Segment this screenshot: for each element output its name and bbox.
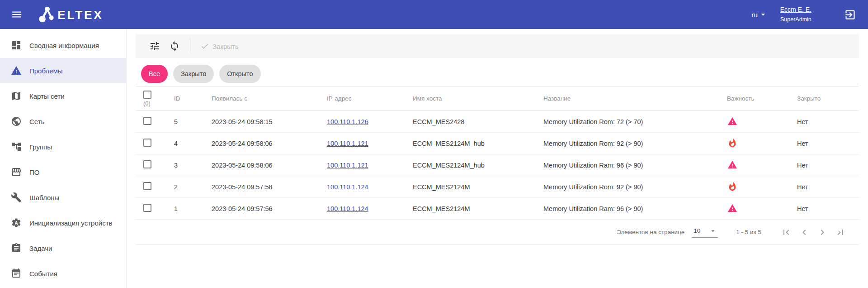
row-checkbox[interactable] <box>143 139 151 147</box>
map-icon <box>11 91 22 101</box>
cell-host: ECCM_MES2124M <box>407 205 538 212</box>
last-page-button[interactable] <box>833 225 848 240</box>
severity-warning-icon <box>727 116 738 127</box>
cell-name: Memory Utilization Rom: 72 (> 70) <box>538 118 719 125</box>
select-all-checkbox[interactable] <box>143 91 151 99</box>
last-page-icon <box>835 227 846 238</box>
cell-name: Memory Utilization Rom: 92 (> 90) <box>538 183 719 191</box>
tune-icon <box>149 41 160 52</box>
sidebar-item-network-maps[interactable]: Карты сети <box>0 83 126 109</box>
hamburger-menu-icon[interactable] <box>11 9 23 20</box>
ip-address-link[interactable]: 100.110.1.124 <box>327 205 368 212</box>
cell-appeared: 2023-05-24 09:58:06 <box>203 140 321 147</box>
eltex-logo: ELTEX <box>36 5 118 24</box>
user-block: Eccm E. E. SuperAdmin <box>780 5 811 24</box>
sidebar-item-groups[interactable]: Группы <box>0 134 126 159</box>
cell-id: 1 <box>163 205 203 212</box>
table-row: 3 2023-05-24 09:58:06 100.110.1.121 ECCM… <box>136 154 859 176</box>
sidebar-item-software[interactable]: ПО <box>0 159 126 185</box>
page-range-label: 1 - 5 из 5 <box>736 229 761 235</box>
sidebar-item-events[interactable]: События <box>0 261 126 286</box>
sidebar-item-summary[interactable]: Сводная информация <box>0 33 126 58</box>
items-per-page-select[interactable]: 10 <box>692 227 718 238</box>
first-page-icon <box>781 227 792 238</box>
severity-warning-icon <box>727 203 738 214</box>
storefront-icon <box>11 167 22 178</box>
first-page-button[interactable] <box>778 225 794 240</box>
col-severity-header: Важность <box>719 95 791 102</box>
sidebar: Сводная информация Проблемы Карты сети С… <box>0 29 127 288</box>
cell-appeared: 2023-05-24 09:58:15 <box>203 118 321 125</box>
row-checkbox[interactable] <box>143 182 151 190</box>
cell-name: Memory Utilization Ram: 96 (> 90) <box>538 205 719 212</box>
clipboard-icon <box>11 243 22 254</box>
ip-address-link[interactable]: 100.110.1.121 <box>327 140 368 147</box>
sidebar-item-templates[interactable]: Шаблоны <box>0 185 126 210</box>
cell-appeared: 2023-05-24 09:57:56 <box>203 205 321 212</box>
sidebar-item-problems[interactable]: Проблемы <box>0 58 126 83</box>
cell-closed: Нет <box>791 118 859 125</box>
table-row: 2 2023-05-24 09:57:58 100.110.1.124 ECCM… <box>136 176 859 198</box>
chevron-right-icon <box>817 227 828 238</box>
logout-button[interactable] <box>844 9 856 21</box>
cell-id: 4 <box>163 140 203 147</box>
severity-warning-icon <box>727 159 738 170</box>
cell-id: 3 <box>163 162 203 169</box>
prev-page-button[interactable] <box>797 225 812 240</box>
col-ip-header: IP-адрес <box>321 95 407 102</box>
cell-host: ECCM_MES2124M <box>407 183 538 191</box>
sidebar-item-tasks[interactable]: Задачи <box>0 235 126 261</box>
sync-icon <box>169 41 180 52</box>
filter-chip-open[interactable]: Открыто <box>219 65 260 83</box>
ip-address-link[interactable]: 100.110.1.124 <box>327 183 368 191</box>
user-name-link[interactable]: Eccm E. E. <box>780 5 811 14</box>
ip-address-link[interactable]: 100.110.1.121 <box>327 162 368 169</box>
filter-chip-closed[interactable]: Закрыто <box>173 65 214 83</box>
table-body: 5 2023-05-24 09:58:15 100.110.1.126 ECCM… <box>136 111 859 220</box>
language-selector[interactable]: ru <box>751 10 767 19</box>
device-init-icon: A <box>11 217 22 228</box>
table-header: (0) ID Появилась с IP-адрес Имя хоста На… <box>136 86 859 111</box>
cell-closed: Нет <box>791 162 859 169</box>
filter-chip-all[interactable]: Все <box>141 65 168 83</box>
table-row: 5 2023-05-24 09:58:15 100.110.1.126 ECCM… <box>136 111 859 133</box>
check-icon <box>200 42 209 51</box>
refresh-button[interactable] <box>169 41 180 52</box>
items-per-page-label: Элементов на странице <box>617 229 684 235</box>
tree-icon <box>11 141 22 152</box>
wrench-icon <box>11 192 22 203</box>
cell-closed: Нет <box>791 140 859 147</box>
user-role: SuperAdmin <box>780 16 811 23</box>
table-row: 1 2023-05-24 09:57:56 100.110.1.124 ECCM… <box>136 198 859 220</box>
sidebar-item-network[interactable]: Сеть <box>0 109 126 134</box>
cell-closed: Нет <box>791 205 859 212</box>
problems-table: (0) ID Появилась с IP-адрес Имя хоста На… <box>136 86 859 245</box>
col-closed-header: Закрыто <box>791 95 859 102</box>
filter-settings-button[interactable] <box>149 41 160 52</box>
cell-host: ECCM_MES2124M_hub <box>407 140 538 147</box>
logout-icon <box>844 9 856 21</box>
cell-id: 2 <box>163 183 203 191</box>
row-checkbox[interactable] <box>143 117 151 125</box>
ip-address-link[interactable]: 100.110.1.126 <box>327 118 368 125</box>
pagination: Элементов на странице 10 1 - 5 из 5 <box>136 220 859 245</box>
filter-chips: Все Закрыто Открыто <box>136 65 859 83</box>
row-checkbox[interactable] <box>143 160 151 168</box>
warning-icon <box>11 65 22 76</box>
col-appeared-header: Появилась с <box>203 95 321 102</box>
sidebar-item-device-init[interactable]: A Инициализация устройств <box>0 210 126 235</box>
toolbar: Закрыть <box>136 34 859 58</box>
row-checkbox[interactable] <box>143 204 151 212</box>
severity-fire-icon <box>727 181 738 192</box>
close-problem-button[interactable]: Закрыть <box>200 42 239 51</box>
svg-text:A: A <box>14 221 18 226</box>
next-page-button[interactable] <box>815 225 830 240</box>
globe-icon <box>11 116 22 127</box>
cell-id: 5 <box>163 118 203 125</box>
cell-closed: Нет <box>791 183 859 191</box>
logo-text: ELTEX <box>57 8 103 22</box>
toolbar-divider <box>190 38 190 54</box>
top-bar: ELTEX ru Eccm E. E. SuperAdmin <box>0 0 868 29</box>
table-row: 4 2023-05-24 09:58:06 100.110.1.121 ECCM… <box>136 133 859 154</box>
close-button-label: Закрыть <box>212 43 239 50</box>
